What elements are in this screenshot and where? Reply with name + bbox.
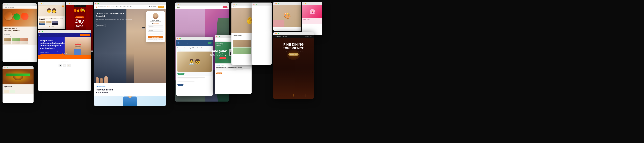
line-a	[39, 28, 51, 28]
fl-available: Available for projects	[39, 60, 90, 63]
food-content-area: 🍃 Home About Menu Blog A family to have …	[2, 6, 37, 45]
mod-main: 🎨 Modern Design Modern, elegant Take it …	[273, 5, 301, 27]
cons-nav-services[interactable]: Services ▾	[111, 6, 115, 7]
accounting-website-mockup: Business Accounting Home Services Blog C…	[176, 37, 213, 96]
acc-more-content: Read More	[176, 76, 213, 87]
fl-headline: Independent professional who works remot…	[40, 39, 65, 50]
callback-person-name: Richard Madsen	[148, 20, 163, 21]
yoga-exp	[180, 4, 180, 4]
cons-nav-whyus[interactable]: Why Us	[116, 6, 119, 7]
callback-submit-btn[interactable]: Get a Callback	[148, 36, 163, 38]
yoga-close	[176, 4, 178, 4]
callback-avatar-img	[152, 13, 158, 19]
left-fade	[0, 0, 3, 143]
yoga-book-btn[interactable]: Book Now	[222, 6, 228, 8]
fam-exp	[219, 36, 220, 37]
pink-emoji: 🌸	[302, 5, 322, 18]
fam-hero-text-overlay: SupportingFamilies	[216, 43, 223, 46]
rest-link-2[interactable]: About	[308, 36, 309, 37]
pink-headline: Fashion & Style	[303, 19, 321, 20]
dod-big-title: Day Dead	[75, 19, 84, 27]
fl-icon-2: 📊	[63, 64, 66, 67]
yoga-link-3[interactable]: Schedule	[202, 7, 205, 8]
rest-min	[276, 33, 277, 34]
close-dot-c	[40, 3, 40, 4]
cons-nav-home[interactable]: Home	[107, 6, 110, 8]
rest-link-3[interactable]: Reserve	[310, 36, 312, 37]
cons-nav-links: Home Services ▾ Why Us Case Studies Abou…	[107, 6, 148, 8]
food-divider	[4, 33, 36, 33]
rest-link-1[interactable]: Menu	[305, 36, 307, 37]
callback-email-field[interactable]	[148, 29, 163, 32]
acc-contact-btn[interactable]: Contact	[208, 42, 212, 44]
fl-nav: ⬡ Home About Services Journal Contact +1…	[38, 33, 92, 36]
food-card-2	[12, 38, 20, 44]
yoga-link-4[interactable]: About	[206, 7, 208, 8]
restaurant-website-mockup: AVADA RESTAURANT Menu About Reserve FINE…	[273, 32, 314, 99]
fl-home[interactable]: Home	[41, 34, 44, 36]
fl-min	[40, 32, 42, 32]
yoga-nav-links: Home Classes Schedule About	[195, 7, 208, 8]
card-light	[46, 21, 52, 25]
yoga-link-2[interactable]: Classes	[198, 7, 201, 8]
cons-nav-about[interactable]: About	[127, 6, 129, 7]
acc-tag-1: Finance	[178, 50, 181, 50]
acc-link-3[interactable]: Blog	[200, 42, 202, 43]
dod-close	[68, 3, 68, 4]
acc-line-2	[178, 78, 198, 79]
cons-hero-sub: Online marketing to secure customer rete…	[96, 19, 133, 22]
children-content: 👦👧 Children are one thing to be excited …	[38, 5, 65, 29]
fam-lower-text: Community Support Giving back to communi…	[215, 64, 252, 76]
acc-line-1	[178, 77, 205, 78]
spa-min	[234, 4, 235, 4]
acc-learn-more[interactable]: Learn More	[178, 73, 184, 75]
acc-family-bg: 👩‍💼👦	[178, 52, 212, 72]
cons-free-quote-btn[interactable]: Free Quote	[158, 6, 164, 8]
cons-hero-cta[interactable]: Our Services →	[96, 24, 106, 27]
candle-1	[281, 94, 282, 97]
person-3	[104, 76, 108, 83]
services-chevron: ▾	[114, 6, 115, 7]
fam-donate-btn[interactable]: Donate Now	[216, 72, 222, 74]
bowl-2	[14, 14, 20, 20]
rest-close	[275, 33, 276, 34]
cons-min	[97, 3, 98, 4]
card-very-dark	[52, 21, 58, 25]
rest-nav-links: Menu About Reserve	[305, 36, 312, 37]
cons-lower-section: Business Growth Increase Brand Awareness	[94, 83, 166, 96]
dot-1	[51, 26, 52, 27]
callback-name-field[interactable]	[148, 26, 163, 28]
food-images	[4, 10, 35, 20]
acc-tag-2: Business	[182, 50, 185, 50]
fl-journal[interactable]: Journal	[53, 34, 56, 36]
rest-reserve-btn[interactable]: Reserve a Table	[288, 53, 298, 56]
food-card-img-2	[12, 38, 20, 41]
food-browser-bar	[2, 3, 37, 6]
pink-close	[304, 3, 304, 4]
cons-nav-casestudies[interactable]: Case Studies	[120, 6, 126, 7]
children-browser-bar	[38, 2, 65, 5]
fam-hero-caption: SupportingFamilies	[216, 43, 223, 46]
acc-link-1[interactable]: Home	[194, 42, 196, 43]
consultant-browser-bar	[94, 2, 166, 5]
yoga-link-1[interactable]: Home	[195, 7, 197, 8]
expand-dot	[7, 4, 8, 5]
consultant-website-mockup: AvadaConsultant Home Services ▾ Why Us C…	[94, 2, 166, 106]
bowl-1	[4, 12, 12, 20]
yoga-cta-btn[interactable]: Learn More	[219, 57, 226, 59]
dod-top-nav: ☽ Festival Home About Events	[74, 5, 86, 7]
cons-nav-blog[interactable]: Blog	[130, 6, 132, 7]
fl-hero: Independent professional who works remot…	[38, 36, 92, 59]
fl-about[interactable]: About	[45, 34, 47, 36]
acc-headline: Business Accounting: A Guide for Entrepr…	[178, 47, 212, 49]
fl-services[interactable]: Services	[48, 34, 52, 36]
acc-link-2[interactable]: Services	[197, 42, 199, 43]
pink-hero-image: 🌸	[302, 5, 322, 18]
fl-cta-btn[interactable]: Get a free consultation	[80, 34, 90, 36]
fl-contact[interactable]: Contact	[57, 34, 60, 36]
mod-pink-accent	[273, 20, 284, 27]
acc-read-more[interactable]: Read More	[178, 84, 184, 86]
callback-phone-field[interactable]	[148, 33, 163, 35]
food-lower-content: A family to have a relationship with foo…	[2, 26, 37, 45]
burger-lower: Juicy Burgers Fresh ingredients, great t…	[2, 84, 34, 94]
